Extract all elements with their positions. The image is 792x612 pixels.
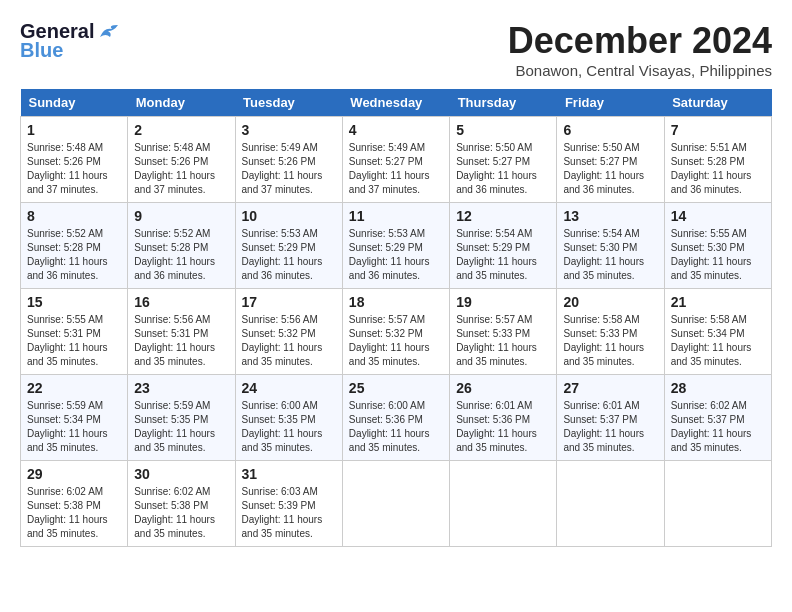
day-detail: Sunrise: 5:55 AM Sunset: 5:30 PM Dayligh… — [671, 227, 765, 283]
day-number: 4 — [349, 122, 443, 138]
day-detail: Sunrise: 5:59 AM Sunset: 5:35 PM Dayligh… — [134, 399, 228, 455]
day-detail: Sunrise: 5:56 AM Sunset: 5:31 PM Dayligh… — [134, 313, 228, 369]
day-number: 29 — [27, 466, 121, 482]
calendar-week-row: 22 Sunrise: 5:59 AM Sunset: 5:34 PM Dayl… — [21, 375, 772, 461]
day-detail: Sunrise: 5:53 AM Sunset: 5:29 PM Dayligh… — [242, 227, 336, 283]
day-number: 22 — [27, 380, 121, 396]
day-number: 18 — [349, 294, 443, 310]
col-sunday: Sunday — [21, 89, 128, 117]
day-number: 8 — [27, 208, 121, 224]
table-row: 28 Sunrise: 6:02 AM Sunset: 5:37 PM Dayl… — [664, 375, 771, 461]
day-detail: Sunrise: 6:01 AM Sunset: 5:37 PM Dayligh… — [563, 399, 657, 455]
table-row: 4 Sunrise: 5:49 AM Sunset: 5:27 PM Dayli… — [342, 117, 449, 203]
table-row: 14 Sunrise: 5:55 AM Sunset: 5:30 PM Dayl… — [664, 203, 771, 289]
table-row: 3 Sunrise: 5:49 AM Sunset: 5:26 PM Dayli… — [235, 117, 342, 203]
table-row: 31 Sunrise: 6:03 AM Sunset: 5:39 PM Dayl… — [235, 461, 342, 547]
table-row: 16 Sunrise: 5:56 AM Sunset: 5:31 PM Dayl… — [128, 289, 235, 375]
table-row — [342, 461, 449, 547]
day-number: 13 — [563, 208, 657, 224]
day-number: 7 — [671, 122, 765, 138]
table-row: 30 Sunrise: 6:02 AM Sunset: 5:38 PM Dayl… — [128, 461, 235, 547]
day-number: 30 — [134, 466, 228, 482]
day-number: 17 — [242, 294, 336, 310]
table-row — [557, 461, 664, 547]
day-detail: Sunrise: 5:58 AM Sunset: 5:34 PM Dayligh… — [671, 313, 765, 369]
col-friday: Friday — [557, 89, 664, 117]
calendar-header-row: Sunday Monday Tuesday Wednesday Thursday… — [21, 89, 772, 117]
logo-blue: Blue — [20, 39, 63, 62]
table-row: 27 Sunrise: 6:01 AM Sunset: 5:37 PM Dayl… — [557, 375, 664, 461]
day-detail: Sunrise: 5:59 AM Sunset: 5:34 PM Dayligh… — [27, 399, 121, 455]
day-number: 14 — [671, 208, 765, 224]
day-number: 12 — [456, 208, 550, 224]
col-monday: Monday — [128, 89, 235, 117]
day-detail: Sunrise: 5:55 AM Sunset: 5:31 PM Dayligh… — [27, 313, 121, 369]
title-section: December 2024 Bonawon, Central Visayas, … — [508, 20, 772, 79]
day-detail: Sunrise: 5:52 AM Sunset: 5:28 PM Dayligh… — [27, 227, 121, 283]
day-number: 26 — [456, 380, 550, 396]
table-row: 6 Sunrise: 5:50 AM Sunset: 5:27 PM Dayli… — [557, 117, 664, 203]
table-row: 25 Sunrise: 6:00 AM Sunset: 5:36 PM Dayl… — [342, 375, 449, 461]
day-number: 28 — [671, 380, 765, 396]
day-number: 2 — [134, 122, 228, 138]
day-detail: Sunrise: 5:58 AM Sunset: 5:33 PM Dayligh… — [563, 313, 657, 369]
logo: General Blue — [20, 20, 120, 62]
location-subtitle: Bonawon, Central Visayas, Philippines — [508, 62, 772, 79]
day-detail: Sunrise: 5:53 AM Sunset: 5:29 PM Dayligh… — [349, 227, 443, 283]
day-number: 27 — [563, 380, 657, 396]
day-number: 5 — [456, 122, 550, 138]
day-detail: Sunrise: 5:49 AM Sunset: 5:26 PM Dayligh… — [242, 141, 336, 197]
table-row: 1 Sunrise: 5:48 AM Sunset: 5:26 PM Dayli… — [21, 117, 128, 203]
table-row: 7 Sunrise: 5:51 AM Sunset: 5:28 PM Dayli… — [664, 117, 771, 203]
day-detail: Sunrise: 6:02 AM Sunset: 5:38 PM Dayligh… — [134, 485, 228, 541]
table-row: 9 Sunrise: 5:52 AM Sunset: 5:28 PM Dayli… — [128, 203, 235, 289]
day-detail: Sunrise: 6:02 AM Sunset: 5:38 PM Dayligh… — [27, 485, 121, 541]
day-number: 25 — [349, 380, 443, 396]
table-row: 13 Sunrise: 5:54 AM Sunset: 5:30 PM Dayl… — [557, 203, 664, 289]
day-number: 3 — [242, 122, 336, 138]
table-row: 29 Sunrise: 6:02 AM Sunset: 5:38 PM Dayl… — [21, 461, 128, 547]
day-number: 15 — [27, 294, 121, 310]
table-row: 5 Sunrise: 5:50 AM Sunset: 5:27 PM Dayli… — [450, 117, 557, 203]
table-row: 8 Sunrise: 5:52 AM Sunset: 5:28 PM Dayli… — [21, 203, 128, 289]
calendar-week-row: 15 Sunrise: 5:55 AM Sunset: 5:31 PM Dayl… — [21, 289, 772, 375]
day-number: 24 — [242, 380, 336, 396]
day-number: 16 — [134, 294, 228, 310]
day-number: 20 — [563, 294, 657, 310]
table-row: 26 Sunrise: 6:01 AM Sunset: 5:36 PM Dayl… — [450, 375, 557, 461]
day-detail: Sunrise: 6:01 AM Sunset: 5:36 PM Dayligh… — [456, 399, 550, 455]
table-row — [450, 461, 557, 547]
table-row: 22 Sunrise: 5:59 AM Sunset: 5:34 PM Dayl… — [21, 375, 128, 461]
day-detail: Sunrise: 5:50 AM Sunset: 5:27 PM Dayligh… — [456, 141, 550, 197]
logo-bird-icon — [98, 23, 120, 41]
calendar-week-row: 8 Sunrise: 5:52 AM Sunset: 5:28 PM Dayli… — [21, 203, 772, 289]
table-row — [664, 461, 771, 547]
day-detail: Sunrise: 5:48 AM Sunset: 5:26 PM Dayligh… — [27, 141, 121, 197]
day-detail: Sunrise: 5:52 AM Sunset: 5:28 PM Dayligh… — [134, 227, 228, 283]
day-detail: Sunrise: 5:54 AM Sunset: 5:29 PM Dayligh… — [456, 227, 550, 283]
day-detail: Sunrise: 5:56 AM Sunset: 5:32 PM Dayligh… — [242, 313, 336, 369]
day-detail: Sunrise: 5:51 AM Sunset: 5:28 PM Dayligh… — [671, 141, 765, 197]
calendar-week-row: 1 Sunrise: 5:48 AM Sunset: 5:26 PM Dayli… — [21, 117, 772, 203]
col-wednesday: Wednesday — [342, 89, 449, 117]
col-thursday: Thursday — [450, 89, 557, 117]
day-detail: Sunrise: 6:02 AM Sunset: 5:37 PM Dayligh… — [671, 399, 765, 455]
table-row: 10 Sunrise: 5:53 AM Sunset: 5:29 PM Dayl… — [235, 203, 342, 289]
table-row: 12 Sunrise: 5:54 AM Sunset: 5:29 PM Dayl… — [450, 203, 557, 289]
day-detail: Sunrise: 6:00 AM Sunset: 5:35 PM Dayligh… — [242, 399, 336, 455]
day-detail: Sunrise: 5:57 AM Sunset: 5:33 PM Dayligh… — [456, 313, 550, 369]
table-row: 20 Sunrise: 5:58 AM Sunset: 5:33 PM Dayl… — [557, 289, 664, 375]
day-detail: Sunrise: 5:50 AM Sunset: 5:27 PM Dayligh… — [563, 141, 657, 197]
day-number: 21 — [671, 294, 765, 310]
day-number: 23 — [134, 380, 228, 396]
calendar-week-row: 29 Sunrise: 6:02 AM Sunset: 5:38 PM Dayl… — [21, 461, 772, 547]
day-number: 1 — [27, 122, 121, 138]
day-detail: Sunrise: 5:57 AM Sunset: 5:32 PM Dayligh… — [349, 313, 443, 369]
table-row: 2 Sunrise: 5:48 AM Sunset: 5:26 PM Dayli… — [128, 117, 235, 203]
day-number: 6 — [563, 122, 657, 138]
header: General Blue December 2024 Bonawon, Cent… — [20, 20, 772, 79]
col-saturday: Saturday — [664, 89, 771, 117]
day-detail: Sunrise: 5:54 AM Sunset: 5:30 PM Dayligh… — [563, 227, 657, 283]
day-detail: Sunrise: 6:00 AM Sunset: 5:36 PM Dayligh… — [349, 399, 443, 455]
day-number: 9 — [134, 208, 228, 224]
